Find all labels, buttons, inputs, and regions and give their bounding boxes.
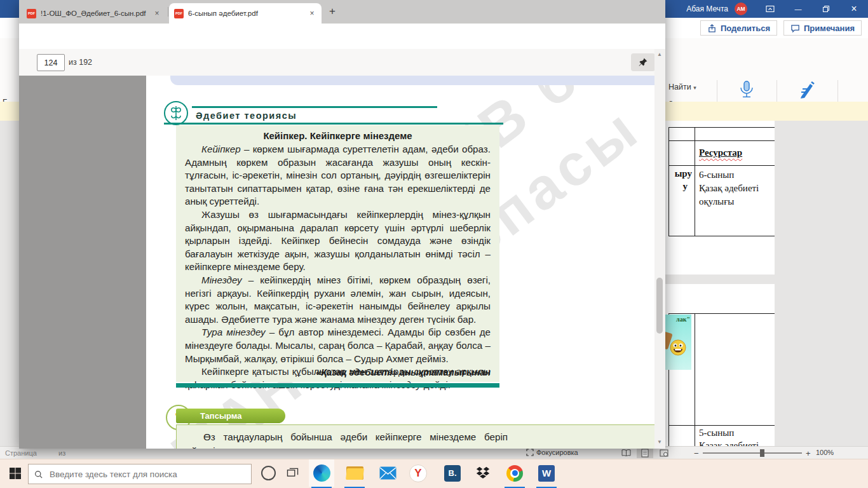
taskbar-explorer-button[interactable]	[342, 459, 367, 487]
word-page-2: лак" 5-сынып Қазақ әдебиеті	[664, 284, 775, 446]
smiley-icon	[669, 339, 687, 356]
section-header: Әдебиет теориясы	[196, 111, 297, 121]
focus-mode-button[interactable]: Фокусировка	[526, 449, 578, 456]
focus-icon	[526, 449, 534, 456]
edge-icon	[313, 464, 330, 482]
tab-close-icon[interactable]: ×	[153, 9, 161, 18]
table-line	[668, 425, 775, 426]
table-line	[668, 236, 775, 236]
doc-image-caption-fragment: лак"	[676, 316, 690, 323]
browser-tab-active[interactable]: PDF 6-сынып әдебиет.pdf ×	[169, 3, 322, 24]
table-line	[668, 165, 775, 166]
pdf-toolbar: из 192 − + A ▾ ▾	[19, 49, 665, 76]
page-number-input[interactable]	[37, 54, 65, 71]
task-view-icon	[287, 468, 299, 478]
task-view-button[interactable]	[280, 459, 305, 487]
file-explorer-icon	[346, 466, 363, 480]
dropbox-icon	[475, 466, 491, 481]
edge-tab-strip: PDF !1-ОШ_ФО_Әдебиет_6-сын.pdf × PDF 6-с…	[19, 0, 665, 24]
new-tab-button[interactable]: +	[329, 5, 336, 18]
comments-button[interactable]: Примечания	[783, 20, 862, 36]
pdf-page: АРМАН-ПВ баспасы АРМАН-ПВ баспасы Әдебие…	[146, 76, 654, 449]
theory-box: Кейіпкер. Кейіпкерге мінездеме Кейіпкер …	[176, 125, 499, 382]
task-text: Өз таңдауларың бойынша әдеби кейіпкерге …	[187, 430, 508, 449]
pdf-paragraph: Жазушы өз шығармасындағы кейіпкерлердің …	[185, 208, 491, 274]
pdf-paragraph: Мінездеу – кейіпкердің мінез бітімі, көр…	[185, 274, 491, 326]
header-rule	[192, 106, 437, 108]
cortana-button[interactable]	[255, 459, 281, 487]
table-line	[695, 313, 695, 446]
word-restore-button[interactable]	[812, 0, 840, 18]
status-of-fragment: из	[58, 449, 65, 457]
attribution: «Қазақ әдебиеті» анықтамалығынан	[316, 367, 491, 377]
share-icon	[707, 24, 717, 33]
pdf-paragraph: Тура мінездеу – бұл автор мінездемесі. А…	[185, 326, 491, 365]
pdf-content-area: АРМАН-ПВ баспасы АРМАН-ПВ баспасы Әдебие…	[19, 76, 665, 449]
start-button[interactable]	[3, 459, 28, 487]
browser-tab-inactive[interactable]: PDF !1-ОШ_ФО_Әдебиет_6-сын.pdf ×	[22, 4, 166, 23]
section-divider-bar	[176, 383, 499, 388]
word-icon: W	[538, 465, 555, 482]
tab-title: !1-ОШ_ФО_Әдебиет_6-сын.pdf	[41, 10, 148, 17]
pdf-paragraphs: Кейіпкер – көркем шығармада суреттелетін…	[185, 143, 491, 391]
zoom-slider-thumb[interactable]	[760, 449, 764, 457]
read-mode-button[interactable]	[618, 448, 634, 458]
zoom-level[interactable]: 100%	[816, 449, 834, 456]
pdf-file-icon: PDF	[27, 9, 36, 18]
pdf-paragraph: Кейіпкер – көркем шығармада суреттелетін…	[185, 143, 491, 208]
task-box: Өз таңдауларың бойынша әдеби кейіпкерге …	[176, 424, 654, 449]
share-button[interactable]: Поделиться	[700, 20, 777, 36]
page-top-band	[170, 76, 654, 85]
taskbar-vk-button[interactable]: B.	[440, 459, 465, 487]
publisher-logo-icon	[164, 101, 188, 125]
table-line	[668, 140, 775, 141]
taskbar-search-box[interactable]	[28, 464, 252, 484]
zoom-out-button[interactable]: −	[694, 449, 699, 458]
ribbon-find[interactable]: Найти ▾	[668, 83, 696, 92]
word-avatar[interactable]: AM	[735, 3, 747, 15]
comments-label: Примечания	[804, 24, 855, 33]
page-count-label: из 192	[69, 58, 92, 67]
taskbar-search-input[interactable]	[48, 469, 246, 480]
pin-icon	[638, 57, 648, 67]
scroll-down-icon[interactable]: ▼	[657, 439, 662, 445]
web-layout-button[interactable]	[656, 448, 672, 458]
word-close-button[interactable]: ×	[840, 0, 868, 18]
doc-image[interactable]: лак"	[664, 315, 691, 370]
ribbon-display-options-icon[interactable]	[756, 0, 784, 18]
pdf-scrollbar[interactable]: ▲ ▼	[654, 49, 665, 449]
table-line	[668, 313, 775, 314]
tab-close-icon[interactable]: ×	[308, 9, 316, 18]
table-cell[interactable]: 5-сынып	[699, 428, 734, 438]
table-line	[695, 127, 695, 236]
taskbar-word-button[interactable]: W	[534, 459, 559, 487]
taskbar-mail-button[interactable]	[375, 459, 400, 487]
table-cell-fragment: у	[668, 181, 688, 192]
edge-window: PDF !1-ОШ_ФО_Әдебиет_6-сын.pdf × PDF 6-с…	[19, 0, 665, 449]
tab-separator	[168, 7, 168, 17]
pin-toolbar-button[interactable]	[631, 53, 655, 71]
resources-cell[interactable]: 6-сынып Қазақ әдебиеті оқулығы	[699, 168, 759, 208]
cortana-icon	[261, 466, 276, 480]
header-rule	[164, 123, 503, 125]
edge-toolbar: ← → i Файл C:/Users/admin/Documents/Новы…	[19, 24, 665, 50]
word-minimize-button[interactable]: —	[784, 0, 812, 18]
tab-title: 6-сынып әдебиет.pdf	[188, 10, 303, 17]
scrollbar-thumb[interactable]	[656, 278, 663, 334]
pdf-file-icon: PDF	[174, 9, 184, 18]
scroll-up-icon[interactable]: ▲	[657, 51, 662, 57]
taskbar: Y B. W ∧ ҚАЗ 06:46 19.02.2021	[0, 459, 868, 488]
zoom-in-button[interactable]: +	[806, 449, 811, 458]
taskbar-chrome-button[interactable]	[502, 459, 527, 487]
status-page-fragment: Страница	[5, 449, 37, 457]
taskbar-dropbox-button[interactable]	[470, 459, 496, 487]
zoom-slider[interactable]	[703, 452, 802, 454]
editor-pen-icon	[796, 80, 817, 102]
table-line	[668, 127, 775, 128]
theory-title: Кейіпкер. Кейіпкерге мінездеме	[185, 130, 491, 141]
taskbar-yandex-button[interactable]: Y	[405, 459, 431, 487]
taskbar-edge-button[interactable]	[309, 459, 334, 487]
chrome-icon	[506, 465, 523, 482]
print-layout-button[interactable]	[637, 448, 653, 458]
vk-icon: B.	[444, 465, 461, 482]
